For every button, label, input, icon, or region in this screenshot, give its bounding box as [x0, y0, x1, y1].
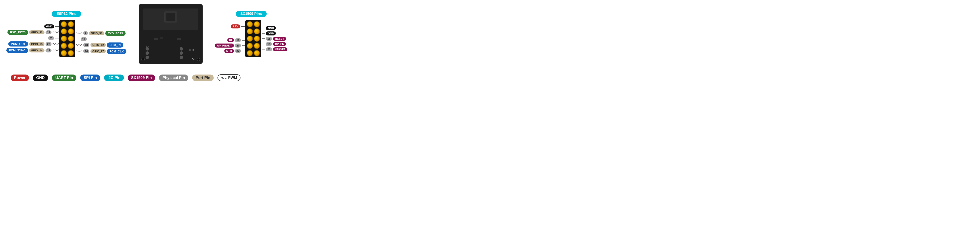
legend-uart: UART Pin	[52, 74, 76, 81]
left-pin-row-rxd: RXD_EC25 GPIO_32 12	[6, 30, 59, 35]
svg-point-6	[146, 55, 149, 59]
txd-ec25-label: TXD_EC25	[105, 31, 126, 36]
pin7-num: 7	[83, 31, 88, 35]
svg-point-10	[142, 58, 145, 61]
left-pins: GND RXD_EC25 GPIO_32 12 21	[6, 24, 59, 53]
legend-spi-badge: SPI Pin	[80, 74, 100, 81]
wavy-icon-2	[52, 42, 59, 46]
svg-rect-13	[160, 37, 163, 39]
main-container: ESP32 Pins GND RXD_EC25 GPIO_32 12	[0, 0, 294, 85]
sx1509-section: SX1509 Pins 3.3V RI 16	[215, 11, 287, 57]
sx1509-left-apready: AP_READY 20	[215, 44, 245, 47]
sx1509-left-blank	[215, 30, 245, 37]
pin21-num: 21	[48, 36, 54, 40]
legend-i2c: I2C Pin	[104, 74, 124, 81]
sx1509-left-3v3: 3.3V	[215, 24, 245, 28]
sx1509-connector	[245, 20, 261, 57]
svg-rect-3	[166, 13, 175, 21]
left-pin-row-pcmout: PCM_OUT GPIO_13 20	[6, 41, 59, 46]
esp32-connector	[59, 20, 75, 57]
dtr-label: DTR	[224, 49, 234, 53]
wavy-icon-1	[52, 31, 59, 34]
gnd-label: GND	[44, 24, 54, 28]
legend-sx1509-badge: SX1509 Pin	[128, 74, 155, 81]
svg-text:12 11: 12 11	[189, 49, 194, 51]
sx1509-right-onoff: 21 ON/OFF	[262, 47, 287, 51]
pin19-sx-num: 19	[266, 42, 272, 46]
legend-spi: SPI Pin	[80, 74, 100, 81]
sx1509-left-dtr: DTR 22	[215, 49, 245, 53]
pin-circle	[247, 28, 253, 35]
svg-point-9	[180, 55, 183, 59]
legend-port-badge: Port Pin	[192, 74, 214, 81]
pin12-num: 12	[46, 30, 51, 35]
pin-circle	[61, 50, 67, 56]
pin16-sx-num: 16	[235, 38, 241, 42]
legend-gnd-badge: GND	[33, 74, 48, 81]
onoff-label: ON/OFF	[273, 47, 287, 51]
conn-row-20-18	[61, 43, 74, 49]
pcmclk-label: PCM_CLK	[107, 49, 126, 54]
gnd1-right-label: GND	[266, 26, 276, 30]
board-svg: 12 11 2 1	[139, 4, 203, 64]
sx1509-right-cpen: 19 CP_EN	[262, 42, 287, 46]
cpen-label: CP_EN	[273, 42, 286, 46]
legend-uart-badge: UART Pin	[52, 74, 76, 81]
pin14-num: 14	[81, 37, 87, 41]
sx1509-right-gnd2: GND	[262, 32, 287, 35]
gpio27-label: GPIO_27	[91, 49, 106, 53]
legend-physical: Physical Pin	[159, 74, 188, 81]
pin-circle	[61, 36, 67, 42]
esp32-pins: GND RXD_EC25 GPIO_32 12 21	[6, 20, 126, 57]
conn-row-12-7	[61, 28, 74, 35]
legend-power-badge: Power	[11, 74, 29, 81]
pin-circle	[254, 36, 260, 42]
svg-text:2 1: 2 1	[146, 45, 149, 47]
pin-circle	[247, 21, 253, 27]
svg-rect-14	[177, 38, 181, 40]
legend-physical-badge: Physical Pin	[159, 74, 188, 81]
legend-sx1509: SX1509 Pin	[128, 74, 155, 81]
pin-circle	[254, 43, 260, 49]
pin-circle	[61, 21, 67, 27]
pin-circle	[247, 43, 253, 49]
svg-point-4	[146, 47, 149, 51]
pin-circle	[68, 36, 74, 42]
pin-circle	[254, 50, 260, 56]
right-pin-row-txd: 7 GPIO_38 TXD_EC25	[76, 31, 126, 36]
svg-rect-12	[154, 38, 158, 40]
pin-circle	[61, 43, 67, 49]
svg-point-8	[180, 51, 183, 55]
pin20-sx-num: 20	[235, 44, 241, 47]
wavy-icon-3	[52, 49, 59, 52]
conn-row-gnd	[61, 21, 74, 27]
sx1509-title: SX1509 Pins	[236, 11, 267, 17]
pin-circle	[61, 28, 67, 35]
gpio12-label: GPIO_12	[91, 43, 106, 47]
3v3-label: 3.3V	[231, 24, 240, 28]
rxd-ec25-label: RXD_EC25	[8, 30, 28, 35]
pin20-num: 20	[46, 42, 51, 46]
pin18-num: 18	[83, 43, 89, 47]
left-pin-row-pcmsync: PCM_SYNC GPIO_14 17	[6, 48, 59, 53]
sx1509-conn-row3	[247, 36, 260, 42]
sx1509-right-pins: GND GND 15 RESET	[262, 26, 287, 51]
pin-circle	[254, 28, 260, 35]
sx1509-left-ri: RI 16	[215, 38, 245, 42]
esp32-section: ESP32 Pins GND RXD_EC25 GPIO_32 12	[6, 11, 126, 57]
right-pin-row-14: 14	[76, 37, 126, 41]
gpio38-label: GPIO_38	[89, 31, 104, 35]
board-inner: 12 11 2 1	[139, 4, 203, 64]
board-version: v1.1	[192, 57, 199, 61]
legend-pwm: PWM	[218, 74, 240, 81]
sx1509-pins: 3.3V RI 16 AP_READY 20	[215, 20, 287, 57]
pin15-sx-num: 15	[266, 37, 272, 41]
sx1509-left-pins: 3.3V RI 16 AP_READY 20	[215, 24, 245, 53]
ri-label: RI	[227, 38, 234, 42]
pcmsync-label: PCM_SYNC	[6, 48, 28, 53]
right-pins: 7 GPIO_38 TXD_EC25 14 18	[76, 24, 126, 54]
legend-power: Power	[11, 74, 29, 81]
pwm-label: PWM	[228, 76, 237, 80]
right-pin-row-pcmin: 18 GPIO_12 PCM_IN	[76, 43, 126, 47]
pin21-sx-num: 21	[266, 47, 272, 51]
